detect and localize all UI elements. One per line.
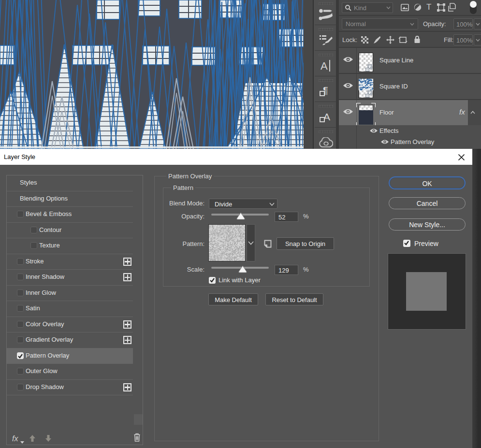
svg-text:A: A [321, 60, 328, 72]
